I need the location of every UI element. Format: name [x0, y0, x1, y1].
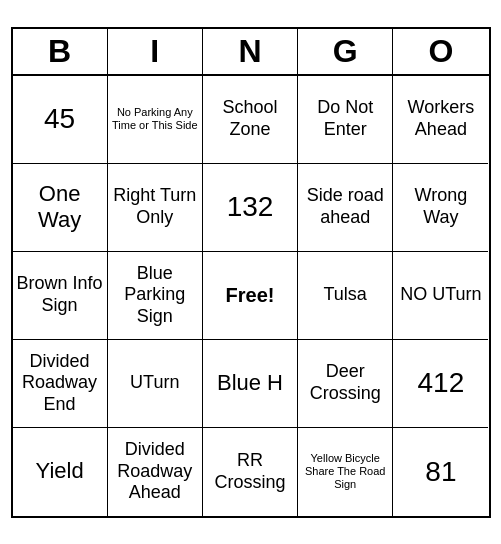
- bingo-cell-13[interactable]: Tulsa: [298, 252, 393, 340]
- bingo-cell-text-23: Yellow Bicycle Share The Road Sign: [302, 452, 388, 492]
- bingo-cell-text-22: RR Crossing: [207, 450, 293, 493]
- bingo-cell-16[interactable]: UTurn: [108, 340, 203, 428]
- bingo-cell-text-15: Divided Roadway End: [17, 351, 103, 416]
- bingo-cell-text-2: School Zone: [207, 97, 293, 140]
- bingo-cell-5[interactable]: One Way: [13, 164, 108, 252]
- bingo-cell-19[interactable]: 412: [393, 340, 488, 428]
- bingo-cell-12[interactable]: Free!: [203, 252, 298, 340]
- bingo-cell-15[interactable]: Divided Roadway End: [13, 340, 108, 428]
- bingo-cell-10[interactable]: Brown Info Sign: [13, 252, 108, 340]
- bingo-cell-text-17: Blue H: [217, 370, 283, 396]
- bingo-cell-0[interactable]: 45: [13, 76, 108, 164]
- bingo-cell-text-8: Side road ahead: [302, 185, 388, 228]
- bingo-cell-text-16: UTurn: [130, 372, 179, 394]
- bingo-cell-3[interactable]: Do Not Enter: [298, 76, 393, 164]
- bingo-cell-18[interactable]: Deer Crossing: [298, 340, 393, 428]
- bingo-cell-text-9: Wrong Way: [397, 185, 484, 228]
- bingo-cell-17[interactable]: Blue H: [203, 340, 298, 428]
- bingo-cell-14[interactable]: NO UTurn: [393, 252, 488, 340]
- bingo-cell-1[interactable]: No Parking Any Time or This Side: [108, 76, 203, 164]
- bingo-cell-text-14: NO UTurn: [400, 284, 481, 306]
- bingo-cell-text-0: 45: [44, 102, 75, 136]
- bingo-cell-text-3: Do Not Enter: [302, 97, 388, 140]
- bingo-cell-4[interactable]: Workers Ahead: [393, 76, 488, 164]
- bingo-card: BINGO 45No Parking Any Time or This Side…: [11, 27, 491, 518]
- bingo-cell-text-18: Deer Crossing: [302, 361, 388, 404]
- bingo-cell-7[interactable]: 132: [203, 164, 298, 252]
- bingo-cell-text-13: Tulsa: [324, 284, 367, 306]
- bingo-cell-text-5: One Way: [17, 181, 103, 234]
- bingo-cell-text-4: Workers Ahead: [397, 97, 484, 140]
- bingo-cell-text-10: Brown Info Sign: [17, 273, 103, 316]
- bingo-cell-text-24: 81: [425, 455, 456, 489]
- bingo-cell-21[interactable]: Divided Roadway Ahead: [108, 428, 203, 516]
- bingo-cell-text-12: Free!: [226, 283, 275, 307]
- bingo-cell-6[interactable]: Right Turn Only: [108, 164, 203, 252]
- bingo-cell-24[interactable]: 81: [393, 428, 488, 516]
- bingo-cell-8[interactable]: Side road ahead: [298, 164, 393, 252]
- header-letter-G: G: [298, 29, 393, 74]
- bingo-cell-22[interactable]: RR Crossing: [203, 428, 298, 516]
- header-letter-N: N: [203, 29, 298, 74]
- bingo-cell-11[interactable]: Blue Parking Sign: [108, 252, 203, 340]
- bingo-grid: 45No Parking Any Time or This SideSchool…: [13, 76, 489, 516]
- bingo-cell-2[interactable]: School Zone: [203, 76, 298, 164]
- bingo-cell-text-6: Right Turn Only: [112, 185, 198, 228]
- header-letter-O: O: [393, 29, 488, 74]
- bingo-cell-text-21: Divided Roadway Ahead: [112, 439, 198, 504]
- bingo-cell-text-1: No Parking Any Time or This Side: [112, 106, 198, 132]
- header-letter-I: I: [108, 29, 203, 74]
- bingo-header: BINGO: [13, 29, 489, 76]
- bingo-cell-text-19: 412: [418, 366, 465, 400]
- bingo-cell-20[interactable]: Yield: [13, 428, 108, 516]
- bingo-cell-text-7: 132: [227, 190, 274, 224]
- bingo-cell-text-11: Blue Parking Sign: [112, 263, 198, 328]
- bingo-cell-9[interactable]: Wrong Way: [393, 164, 488, 252]
- bingo-cell-text-20: Yield: [36, 458, 84, 484]
- bingo-cell-23[interactable]: Yellow Bicycle Share The Road Sign: [298, 428, 393, 516]
- header-letter-B: B: [13, 29, 108, 74]
